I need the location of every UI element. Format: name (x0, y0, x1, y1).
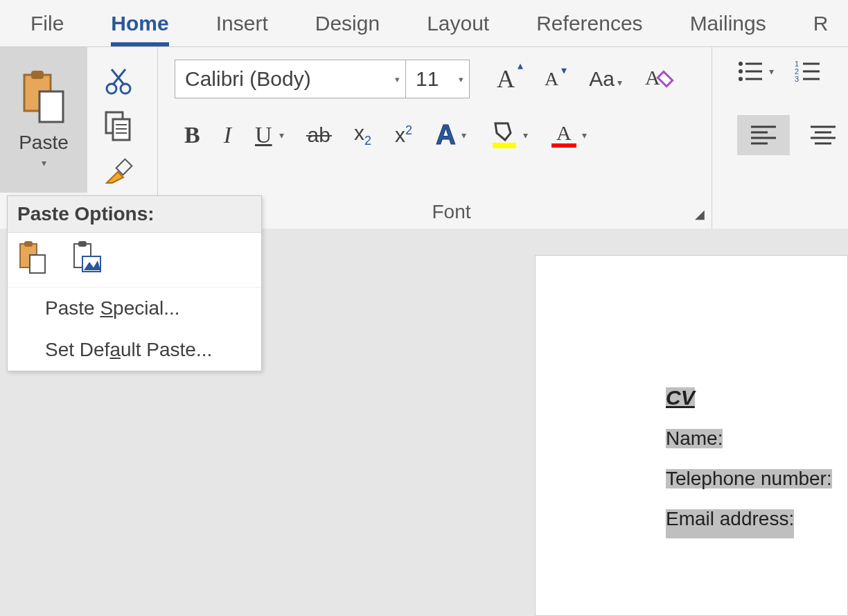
svg-line-5 (113, 69, 125, 85)
font-size-value: 11 (416, 67, 439, 91)
underline-icon: U (255, 122, 272, 148)
font-dialog-launcher[interactable]: ◢ (695, 206, 705, 222)
svg-point-18 (739, 69, 743, 73)
svg-rect-2 (39, 91, 63, 122)
document-content: CV Name: Telephone number: Email address… (666, 387, 832, 538)
text-effects-button[interactable]: A ▾ (436, 119, 466, 150)
change-case-button[interactable]: Aa ▾ (578, 60, 633, 98)
doc-line-name: Name: (666, 429, 723, 448)
eraser-icon: A (645, 65, 674, 93)
ribbon-tabs: File Home Insert Design Layout Reference… (0, 0, 848, 47)
svg-point-4 (121, 84, 130, 94)
bold-button[interactable]: B (184, 122, 200, 148)
numbering-button[interactable]: 1 2 3 (795, 60, 821, 83)
paste-picture-button[interactable] (71, 241, 102, 274)
chevron-down-icon: ▾ (769, 66, 774, 77)
document-page[interactable]: CV Name: Telephone number: Email address… (535, 255, 848, 616)
chevron-down-icon: ▾ (459, 74, 463, 85)
svg-rect-1 (31, 71, 44, 79)
chevron-down-icon: ▾ (395, 74, 400, 85)
svg-rect-37 (24, 241, 33, 247)
tab-design[interactable]: Design (292, 0, 403, 46)
underline-button[interactable]: U ▾ (255, 122, 284, 148)
text-effects-icon: A (436, 119, 456, 150)
italic-button[interactable]: I (224, 122, 231, 148)
paste-menu-header: Paste Options: (8, 196, 261, 233)
grow-font-icon: A▴ (497, 64, 515, 94)
set-default-paste-menuitem[interactable]: Set Default Paste... (8, 329, 261, 371)
chevron-down-icon: ▾ (461, 130, 466, 141)
tab-references[interactable]: References (513, 0, 666, 46)
group-paragraph: ▾ 1 2 3 (712, 47, 848, 229)
clear-formatting-button[interactable]: A (640, 60, 679, 98)
bullets-icon (737, 60, 763, 83)
clipboard-icon (19, 71, 69, 125)
numbering-icon: 1 2 3 (795, 60, 821, 83)
scissors-icon (105, 68, 132, 96)
tab-file[interactable]: File (7, 0, 87, 46)
highlight-button[interactable]: ▾ (490, 121, 528, 150)
paste-special-menuitem[interactable]: Paste Special... (8, 288, 261, 329)
align-center-button[interactable] (809, 124, 837, 146)
font-color-button[interactable]: A ▾ (551, 123, 587, 148)
superscript-button[interactable]: x2 (395, 123, 412, 147)
paste-keep-source-button[interactable] (17, 241, 48, 274)
clipboard-paste-icon (17, 241, 48, 274)
highlight-icon (490, 121, 518, 150)
font-size-combo[interactable]: 11 ▾ (406, 60, 470, 98)
paintbrush-icon (104, 157, 133, 186)
font-name-value: Calibri (Body) (185, 67, 311, 91)
doc-title: CV (666, 387, 695, 408)
tab-layout[interactable]: Layout (403, 0, 513, 46)
align-left-icon (750, 124, 777, 146)
cut-button[interactable] (105, 68, 132, 96)
svg-rect-40 (78, 241, 87, 247)
svg-rect-38 (30, 255, 45, 273)
paste-label: Paste (19, 132, 69, 154)
strikethrough-button[interactable]: ab (308, 123, 330, 147)
paste-dropdown-menu: Paste Options: Paste Special... Set Defa… (7, 195, 262, 371)
chevron-down-icon: ▾ (582, 130, 587, 141)
shrink-font-icon: A▾ (545, 68, 558, 90)
doc-line-tel: Telephone number: (666, 469, 832, 489)
tab-partial[interactable]: R (790, 0, 829, 46)
copy-button[interactable] (105, 111, 132, 141)
tab-insert[interactable]: Insert (193, 0, 292, 46)
svg-line-6 (112, 69, 124, 85)
change-case-icon: Aa ▾ (589, 67, 622, 91)
format-painter-button[interactable] (104, 157, 133, 186)
tab-home[interactable]: Home (87, 0, 192, 46)
subscript-button[interactable]: x2 (354, 121, 371, 148)
chevron-down-icon (42, 157, 46, 169)
chevron-down-icon: ▾ (523, 130, 528, 141)
svg-text:3: 3 (795, 75, 799, 83)
align-left-button[interactable] (737, 115, 790, 155)
font-name-combo[interactable]: Calibri (Body) ▾ (175, 60, 406, 98)
align-center-icon (809, 124, 837, 146)
svg-point-20 (739, 77, 743, 81)
bullets-button[interactable]: ▾ (737, 60, 774, 83)
chevron-down-icon: ▾ (279, 130, 284, 141)
tab-mailings[interactable]: Mailings (666, 0, 790, 46)
svg-point-16 (739, 62, 743, 66)
svg-rect-15 (493, 143, 516, 148)
svg-point-3 (107, 84, 116, 94)
shrink-font-button[interactable]: A▾ (532, 60, 571, 98)
font-color-icon: A (551, 123, 576, 148)
paste-button[interactable]: Paste (0, 47, 87, 193)
doc-line-email: Email address: (666, 509, 794, 538)
clipboard-picture-icon (71, 241, 102, 274)
copy-icon (105, 111, 132, 141)
grow-font-button[interactable]: A▴ (486, 60, 525, 98)
